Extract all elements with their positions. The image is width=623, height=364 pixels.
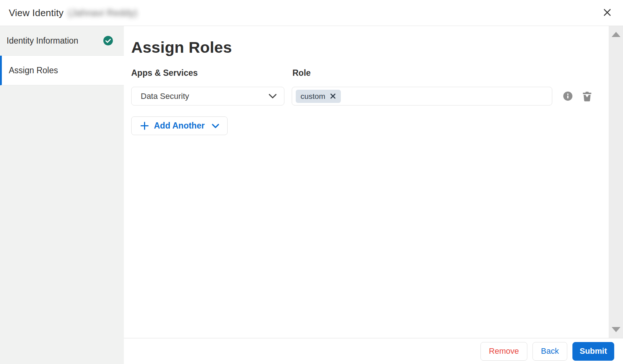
view-identity-modal: View Identity (Jahnavi Reddy) Identity I… <box>0 0 623 364</box>
close-icon <box>603 8 612 18</box>
role-assignment-row: Data Security custom <box>131 87 601 105</box>
apps-services-column-label: Apps & Services <box>131 68 292 78</box>
page-title: Assign Roles <box>131 38 601 56</box>
sidebar-item-assign-roles[interactable]: Assign Roles <box>0 56 124 85</box>
sidebar-item-label: Identity Information <box>7 36 78 46</box>
vertical-scrollbar[interactable] <box>609 26 623 338</box>
delete-row-button[interactable] <box>582 91 592 101</box>
close-button[interactable] <box>601 7 613 19</box>
apps-services-select[interactable]: Data Security <box>131 87 284 105</box>
role-tags-input[interactable]: custom <box>292 87 552 105</box>
sidebar-item-identity-information[interactable]: Identity Information <box>0 26 124 56</box>
remove-tag-icon[interactable] <box>330 93 336 99</box>
info-circle-icon <box>563 92 572 101</box>
modal-title: View Identity <box>9 7 64 19</box>
role-column-label: Role <box>292 68 311 78</box>
check-circle-icon <box>103 36 113 45</box>
role-tag-label: custom <box>301 92 325 101</box>
wizard-sidebar: Identity Information Assign Roles <box>0 26 124 364</box>
add-another-button[interactable]: Add Another <box>131 116 228 135</box>
column-headers: Apps & Services Role <box>131 68 601 78</box>
remove-button[interactable]: Remove <box>480 342 527 361</box>
apps-services-selected-value: Data Security <box>141 92 269 101</box>
submit-button[interactable]: Submit <box>572 342 614 361</box>
role-info-button[interactable] <box>563 92 572 101</box>
scroll-up-icon[interactable] <box>612 32 620 37</box>
identity-name-blurred: (Jahnavi Reddy) <box>68 7 137 19</box>
sidebar-item-label: Assign Roles <box>9 66 58 75</box>
plus-icon <box>140 122 149 130</box>
trash-icon <box>582 91 592 101</box>
assign-roles-panel: Assign Roles Apps & Services Role Data S… <box>124 26 623 338</box>
modal-footer: Remove Back Submit <box>124 338 623 364</box>
add-another-label: Add Another <box>154 121 204 131</box>
chevron-down-icon <box>212 124 219 128</box>
chevron-down-icon <box>269 94 277 99</box>
role-tag: custom <box>296 90 341 103</box>
scroll-down-icon[interactable] <box>612 327 620 332</box>
back-button[interactable]: Back <box>532 342 567 361</box>
modal-header: View Identity (Jahnavi Reddy) <box>0 0 623 26</box>
